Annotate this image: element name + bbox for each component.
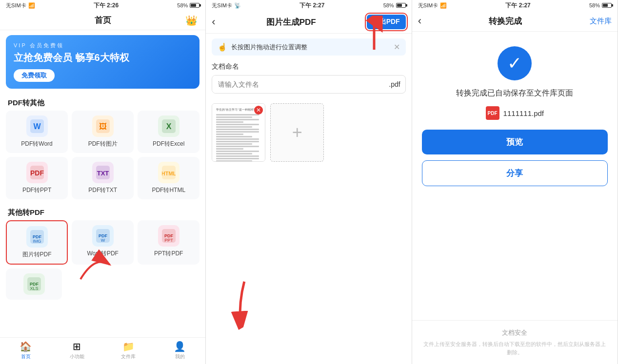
security-desc: 文件上传至安全服务器，转换后自动下载至您的软件中，然后立刻从服务器上删除。 bbox=[422, 340, 608, 356]
pdf-ppt-label: PDF转PPT bbox=[22, 186, 51, 194]
status-bar-3: 无SIM卡 📶 下午 2:27 58% bbox=[412, 0, 618, 11]
html-icon: HTML bbox=[158, 162, 179, 183]
doc-line bbox=[216, 134, 243, 135]
status-right-1: 58% bbox=[177, 2, 199, 8]
check-icon: ✓ bbox=[507, 53, 522, 74]
svg-text:IMG: IMG bbox=[33, 239, 41, 244]
excel-icon: X bbox=[158, 115, 179, 137]
file-library-button[interactable]: 文件库 bbox=[590, 17, 612, 26]
doc-line bbox=[216, 146, 259, 147]
doc-name-input[interactable] bbox=[212, 76, 389, 93]
screen1: 无SIM卡 📶 下午 2:26 58% 首页 👑 VIP 会员免费领 立抢免费会… bbox=[0, 0, 206, 364]
svg-text:TXT: TXT bbox=[97, 170, 109, 177]
feature-pdf-txt[interactable]: TXT PDF转TXT bbox=[72, 157, 134, 199]
wordpdf-icon: PDFW bbox=[92, 225, 114, 247]
doc-name-input-row: .pdf bbox=[212, 75, 405, 94]
screen3-nav: ‹ 转换完成 文件库 bbox=[412, 11, 618, 32]
tip-icon: ☝ bbox=[218, 42, 227, 52]
library-nav-label: 文件库 bbox=[121, 353, 136, 360]
bottom-nav: 🏠 首页 ⊞ 小功能 📁 文件库 👤 我的 bbox=[0, 337, 205, 364]
doc-line bbox=[216, 148, 243, 150]
image-grid: 学生的"自主学习"是一种相对于… bbox=[206, 97, 411, 168]
feature-ppt-pdf[interactable]: PDFPPT PPT转PDF bbox=[138, 220, 199, 265]
ppt-pdf-label: PPT转PDF bbox=[154, 249, 183, 258]
feature-pdf-html[interactable]: HTML PDF转HTML bbox=[138, 157, 199, 199]
pptpdf-icon: PDFPPT bbox=[158, 225, 179, 247]
status-bar-1: 无SIM卡 📶 下午 2:26 58% bbox=[0, 0, 205, 11]
img-icon: 🖼 bbox=[92, 115, 114, 137]
battery-label-1: 58% bbox=[177, 2, 188, 8]
nav-functions[interactable]: ⊞ 小功能 bbox=[51, 341, 102, 360]
doc-name-label: 文档命名 bbox=[212, 62, 405, 71]
time-1: 下午 2:26 bbox=[94, 1, 119, 10]
feature-extra[interactable]: PDFXLS bbox=[6, 268, 62, 300]
home-nav-icon: 🏠 bbox=[20, 341, 32, 352]
feature-pdf-ppt[interactable]: PDF PDF转PPT bbox=[6, 157, 68, 199]
export-pdf-button[interactable]: 导出PDF bbox=[367, 15, 406, 29]
status-right-2: 58% bbox=[383, 2, 406, 8]
doc-line bbox=[216, 131, 259, 133]
doc-line bbox=[216, 126, 252, 128]
add-image-button[interactable]: + bbox=[270, 103, 324, 162]
feature-pdf-excel[interactable]: X PDF转Excel bbox=[138, 111, 199, 153]
txt-icon: TXT bbox=[92, 162, 114, 183]
svg-text:W: W bbox=[33, 122, 41, 131]
feature-word-pdf[interactable]: PDFW Word转PDF bbox=[72, 220, 134, 265]
status-left-2: 无SIM卡 📡 bbox=[212, 2, 241, 9]
svg-text:X: X bbox=[166, 122, 171, 131]
feature-pdf-word[interactable]: W PDF转Word bbox=[6, 111, 68, 153]
extra-icon: PDFXLS bbox=[23, 273, 45, 295]
back-button-3[interactable]: ‹ bbox=[418, 15, 421, 27]
feature-pdf-img[interactable]: 🖼 PDF转图片 bbox=[72, 111, 134, 153]
doc-line bbox=[216, 143, 252, 145]
pdf-excel-label: PDF转Excel bbox=[153, 140, 184, 148]
svg-text:🖼: 🖼 bbox=[99, 122, 107, 131]
sim-label-2: 无SIM卡 bbox=[212, 2, 232, 9]
battery-icon-1 bbox=[190, 3, 199, 8]
svg-text:XLS: XLS bbox=[30, 286, 38, 291]
status-right-3: 58% bbox=[589, 2, 612, 8]
doc-line bbox=[216, 114, 259, 115]
file-name: 1111111.pdf bbox=[503, 109, 544, 117]
screen2: 无SIM卡 📡 下午 2:27 58% ‹ 图片生成PDF 导出PDF ☝ 长按… bbox=[206, 0, 412, 364]
vip-button[interactable]: 免费领取 bbox=[14, 69, 55, 82]
doc-line bbox=[216, 136, 252, 137]
doc-line bbox=[216, 121, 243, 123]
preview-button[interactable]: 预览 bbox=[422, 130, 608, 154]
share-button[interactable]: 分享 bbox=[422, 160, 608, 186]
word-icon: W bbox=[26, 115, 48, 137]
status-bar-2: 无SIM卡 📡 下午 2:27 58% bbox=[206, 0, 411, 11]
img-pdf-label: 图片转PDF bbox=[22, 250, 52, 259]
vip-banner[interactable]: VIP 会员免费领 立抢免费会员 畅享6大特权 免费领取 bbox=[6, 35, 199, 89]
battery-label-2: 58% bbox=[383, 2, 394, 8]
other-to-pdf-grid: PDFIMG 图片转PDF PDFW Word转PDF PDFPPT PPT转P… bbox=[0, 220, 205, 268]
back-button-2[interactable]: ‹ bbox=[212, 16, 215, 28]
doc-line bbox=[216, 124, 259, 125]
screen2-nav: ‹ 图片生成PDF 导出PDF bbox=[206, 11, 411, 34]
feature-img-pdf[interactable]: PDFIMG 图片转PDF bbox=[6, 220, 68, 265]
svg-text:PDF: PDF bbox=[30, 169, 44, 177]
time-3: 下午 2:27 bbox=[505, 1, 530, 10]
svg-text:W: W bbox=[100, 238, 105, 243]
tip-close-button[interactable]: ✕ bbox=[394, 42, 400, 52]
crown-icon: 👑 bbox=[185, 15, 198, 26]
doc-line bbox=[216, 155, 259, 157]
nav-profile[interactable]: 👤 我的 bbox=[154, 341, 205, 360]
battery-icon-2 bbox=[396, 3, 406, 8]
doc-line bbox=[216, 160, 252, 162]
image-thumb-1[interactable]: 学生的"自主学习"是一种相对于… bbox=[212, 103, 265, 162]
pdf-to-other-grid: W PDF转Word 🖼 PDF转图片 X PDF转Excel PDF PDF转… bbox=[0, 111, 205, 203]
doc-line bbox=[216, 153, 252, 154]
library-nav-icon: 📁 bbox=[122, 341, 135, 352]
wifi-icon-1: 📶 bbox=[28, 2, 35, 9]
doc-line bbox=[216, 158, 259, 159]
tip-text: 长按图片拖动进行位置调整 bbox=[231, 43, 389, 52]
home-title: 首页 bbox=[95, 15, 111, 26]
nav-home[interactable]: 🏠 首页 bbox=[0, 341, 51, 360]
home-nav: 首页 👑 bbox=[0, 11, 205, 30]
screen2-title: 图片生成PDF bbox=[266, 17, 316, 28]
nav-library[interactable]: 📁 文件库 bbox=[103, 341, 154, 360]
complete-text: 转换完成已自动保存至文件库页面 bbox=[456, 88, 573, 98]
vip-title: 立抢免费会员 畅享6大特权 bbox=[14, 51, 192, 64]
functions-nav-label: 小功能 bbox=[70, 353, 84, 360]
